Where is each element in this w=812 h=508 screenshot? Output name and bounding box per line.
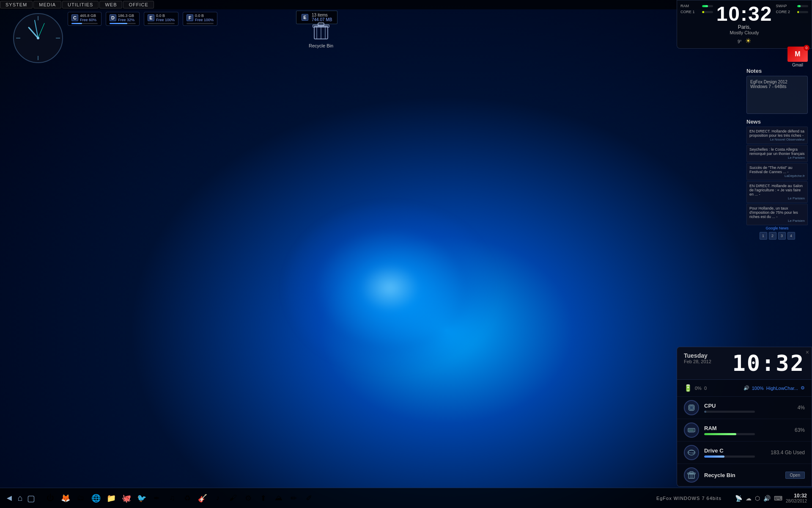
- drive-d[interactable]: D 186.3 GB Free 32%: [106, 12, 140, 26]
- svg-rect-32: [691, 429, 692, 431]
- drive-f-size: 0.0 B: [195, 14, 214, 18]
- svg-rect-31: [690, 429, 691, 431]
- news-page-3[interactable]: 3: [778, 232, 786, 240]
- rp-drive-bar-fill: [704, 456, 724, 458]
- top-clock-weather: Mostly Cloudy: [716, 30, 773, 35]
- rp-ram-bar-track: [704, 433, 755, 435]
- guitar-icon[interactable]: 🎸: [196, 491, 209, 505]
- news-page-4[interactable]: 4: [787, 232, 795, 240]
- drive-e-letter: E: [148, 14, 154, 21]
- settings-icon[interactable]: ⚙: [241, 491, 255, 505]
- news-item-4[interactable]: Pour Hollande, un taux d'imposition de 7…: [746, 204, 808, 225]
- taskbar-time-date: 28/02/2012: [786, 499, 807, 503]
- news-item-0[interactable]: EN DIRECT. Hollande défend sa propositio…: [746, 127, 808, 144]
- rp-battery-pct: 0%: [695, 386, 702, 391]
- drive-c[interactable]: C 465.8 GB Free 60%: [68, 12, 102, 26]
- rp-ram-content: RAM: [704, 425, 790, 435]
- rp-drive-value: 183.4 Gb Used: [771, 450, 805, 456]
- svg-rect-14: [318, 23, 324, 26]
- drive-c-progress-track: [71, 23, 98, 24]
- cloud-tray-icon[interactable]: ☁: [746, 495, 752, 502]
- paint-icon[interactable]: 🖌: [226, 491, 240, 505]
- svg-point-42: [693, 453, 694, 454]
- spotify-icon[interactable]: ♫: [165, 491, 179, 505]
- right-panel-close[interactable]: ×: [806, 349, 809, 356]
- power-icon[interactable]: ⏻: [44, 491, 57, 505]
- top-clock-time: 10:32: [716, 4, 773, 24]
- mountain-icon[interactable]: ⛰: [272, 491, 285, 505]
- draw-icon[interactable]: ✐: [302, 491, 316, 505]
- gmail-icon-text: M: [795, 50, 800, 58]
- volume-tray-icon[interactable]: 🔊: [763, 495, 771, 502]
- rp-recycle-open[interactable]: Open: [785, 472, 805, 479]
- firefox-icon[interactable]: 🦊: [59, 491, 72, 505]
- ram-bar-track: [702, 5, 713, 7]
- notes-line1: EgFox Design 2012: [750, 80, 804, 84]
- browser-icon[interactable]: 🌐: [89, 491, 103, 505]
- system-monitor-top: RAM CORE 1 10:32 Paris, Mostly Cloudy SW…: [677, 0, 812, 49]
- taskbar-time: 10:32 28/02/2012: [786, 493, 807, 503]
- drive-f-letter: F: [187, 14, 193, 21]
- taskbar-center-label: EgFox WINDOWS 7 64bits: [648, 496, 730, 501]
- taskbar: ◄ ⌂ ▢ ⏻ 🦊 🗂 🌐 📁 🐙 🐦 ✒ ♫ ♻ 🎸 ♪ 🖌 ⚙ ⬆ ⛰ ✏ …: [0, 488, 812, 508]
- drive-e[interactable]: E 0.0 B Free 100%: [144, 12, 178, 26]
- gmail-widget[interactable]: M 0 Gmail: [787, 47, 808, 67]
- nav-home-button[interactable]: ⌂: [17, 492, 24, 504]
- drive-c-size: 465.8 GB: [80, 14, 96, 18]
- menu-media[interactable]: MEDIA: [33, 1, 61, 8]
- cpu-icon: [684, 400, 699, 415]
- news-list: EN DIRECT. Hollande défend sa propositio…: [746, 127, 808, 225]
- core1-label: CORE 1: [680, 10, 700, 14]
- swap-bar-track: [797, 5, 808, 7]
- rp-volume-pct: 100%: [752, 386, 764, 391]
- taskbar-right: 📡 ☁ ⬡ 🔊 ⌨ 10:32 28/02/2012: [730, 493, 812, 503]
- ram-label: RAM: [680, 4, 700, 8]
- drive-d-free: Free 32%: [118, 18, 134, 22]
- swap-label: SWAP: [776, 4, 795, 8]
- drive-c-letter: C: [71, 14, 78, 21]
- news-page-1[interactable]: 1: [760, 232, 767, 240]
- nav-back-button[interactable]: ◄: [4, 492, 14, 504]
- rp-recycle-title: Recycle Bin: [704, 472, 780, 478]
- file-manager-icon[interactable]: 🗂: [74, 491, 88, 505]
- news-source-3: Le Parisien: [749, 196, 805, 200]
- rp-time: 10:32: [732, 352, 805, 374]
- news-item-3[interactable]: EN DIRECT. Hollande au Salon de l'agricu…: [746, 181, 808, 203]
- network-tray-icon[interactable]: 📡: [735, 495, 742, 502]
- brush-icon[interactable]: ✏: [287, 491, 301, 505]
- notes-widget: Notes EgFox Design 2012 Windows 7 - 64Bi…: [746, 68, 808, 114]
- rp-ram-title: RAM: [704, 425, 790, 431]
- rp-cpu-bar-fill: [704, 411, 706, 413]
- keyboard-tray-icon[interactable]: ⌨: [774, 495, 782, 502]
- taskbar-time-main: 10:32: [786, 493, 807, 499]
- news-title: News: [746, 119, 808, 125]
- drive-f[interactable]: F 0.0 B Free 100%: [183, 12, 217, 26]
- drive-c-progress-fill: [71, 23, 82, 24]
- upload-icon[interactable]: ⬆: [257, 491, 270, 505]
- news-page-2[interactable]: 2: [769, 232, 776, 240]
- menu-office[interactable]: OFFICE: [123, 1, 154, 8]
- menu-utilities[interactable]: UTILITIES: [62, 1, 99, 8]
- news-source-1: Le Parisien: [749, 156, 805, 160]
- menu-web[interactable]: WEB: [99, 1, 122, 8]
- pen-icon[interactable]: ✒: [150, 491, 164, 505]
- volume-adjust-icon[interactable]: ⚙: [801, 385, 805, 391]
- news-item-2[interactable]: Succès de "The Artist" au Festival de Ca…: [746, 163, 808, 180]
- core2-bar-fill: [797, 11, 799, 13]
- menu-system[interactable]: SYSTEM: [0, 1, 33, 8]
- twitter-icon[interactable]: 🐦: [135, 491, 148, 505]
- drive-d-letter: D: [110, 14, 116, 21]
- folder-icon[interactable]: 📁: [104, 491, 118, 505]
- external-tray-icon[interactable]: ⬡: [755, 495, 760, 502]
- taskbar-os-label: EgFox WINDOWS 7 64bits: [656, 496, 721, 501]
- rp-battery: 🔋 0% 0: [684, 384, 707, 392]
- note-icon[interactable]: ♪: [211, 491, 225, 505]
- github-icon[interactable]: 🐙: [120, 491, 133, 505]
- nav-windows-button[interactable]: ▢: [26, 492, 36, 504]
- rp-cpu-bar-track: [704, 411, 755, 413]
- news-item-1[interactable]: Seychelles : le Costa Allegra remorqué p…: [746, 145, 808, 162]
- recycle-taskbar-icon[interactable]: ♻: [181, 491, 194, 505]
- recycle-bin-desktop[interactable]: Recycle Bin: [309, 21, 333, 48]
- weather-sun-icon: ☀: [745, 37, 751, 44]
- svg-rect-33: [693, 429, 694, 431]
